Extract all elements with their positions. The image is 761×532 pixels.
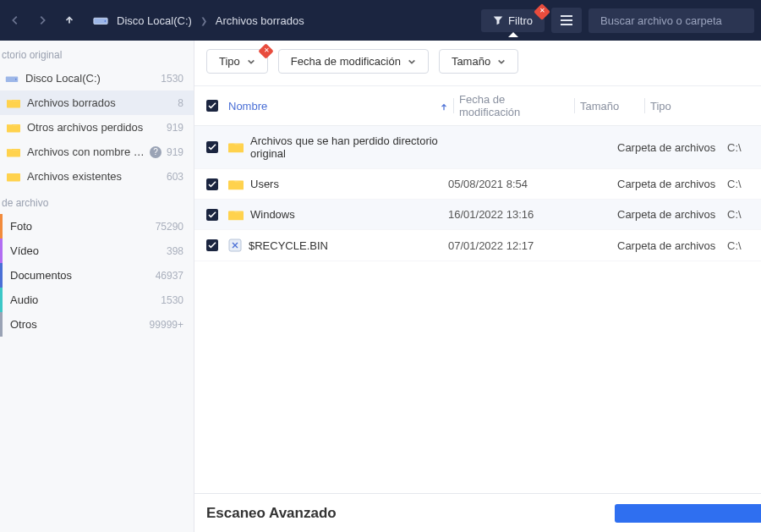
sidebar-item-count: 1530 bbox=[161, 294, 189, 306]
file-type: Carpeta de archivos bbox=[617, 141, 715, 154]
sidebar-type-video[interactable]: Vídeo 398 bbox=[0, 239, 194, 263]
sidebar-type-audio[interactable]: Audio 1530 bbox=[0, 288, 194, 312]
sidebar-item-count: 99999+ bbox=[150, 319, 189, 331]
sidebar-item-count: 919 bbox=[167, 122, 189, 134]
column-divider bbox=[644, 98, 645, 113]
breadcrumb-current[interactable]: Archivos borrados bbox=[216, 14, 304, 27]
filter-pill-label: Fecha de modificación bbox=[291, 55, 401, 68]
sidebar-item-count: 46937 bbox=[156, 270, 189, 282]
search-input[interactable] bbox=[589, 8, 754, 33]
breadcrumb-drive[interactable]: Disco Local(C:) bbox=[117, 14, 192, 27]
filter-clear-badge[interactable] bbox=[534, 3, 550, 20]
row-checkbox[interactable] bbox=[206, 178, 228, 190]
sidebar-item-original-name[interactable]: Archivos con nombre original ... ? 919 bbox=[0, 140, 194, 164]
file-type: Carpeta de archivos bbox=[617, 178, 715, 190]
sidebar-item-count: 398 bbox=[167, 245, 189, 257]
nav-arrows bbox=[7, 12, 78, 29]
sidebar-item-count: 75290 bbox=[156, 221, 189, 233]
top-bar: Disco Local(C:) ❯ Archivos borrados Filt… bbox=[0, 0, 761, 41]
filter-pill-label: Tipo bbox=[219, 55, 240, 68]
drive-icon bbox=[5, 73, 19, 85]
filter-clear-badge[interactable] bbox=[258, 43, 273, 58]
nav-forward-button[interactable] bbox=[34, 12, 51, 29]
sidebar-item-existing[interactable]: Archivos existentes 603 bbox=[0, 164, 194, 189]
chevron-down-icon bbox=[408, 58, 416, 66]
table-row[interactable]: Windows 16/01/2022 13:16 Carpeta de arch… bbox=[194, 200, 761, 230]
folder-icon bbox=[228, 141, 244, 153]
file-name: $RECYCLE.BIN bbox=[249, 239, 328, 252]
sidebar-item-count: 603 bbox=[167, 171, 189, 183]
sidebar-item-count: 919 bbox=[167, 146, 189, 158]
table-row[interactable]: Users 05/08/2021 8:54 Carpeta de archivo… bbox=[194, 169, 761, 200]
filter-button-label: Filtro bbox=[508, 14, 533, 27]
chevron-right-icon: ❯ bbox=[200, 16, 207, 25]
filter-caret-icon bbox=[508, 32, 518, 37]
select-all-checkbox[interactable] bbox=[206, 100, 228, 112]
row-checkbox[interactable] bbox=[206, 141, 228, 153]
sidebar-type-documents[interactable]: Documentos 46937 bbox=[0, 263, 194, 288]
column-divider bbox=[453, 98, 454, 113]
column-header-type[interactable]: Tipo bbox=[650, 100, 760, 112]
sidebar-item-label: Archivos con nombre original ... bbox=[27, 145, 150, 158]
column-divider bbox=[574, 98, 575, 113]
content-area: Tipo Fecha de modificación Tamaño Nombre bbox=[194, 41, 761, 532]
table-row[interactable]: Archivos que se han perdido directorio o… bbox=[194, 126, 761, 169]
sidebar-item-label: Otros archivos perdidos bbox=[27, 121, 167, 134]
footer-title: Escaneo Avanzado bbox=[206, 505, 337, 522]
svg-point-6 bbox=[15, 79, 17, 80]
sidebar-item-count: 8 bbox=[178, 97, 189, 109]
chevron-down-icon bbox=[247, 58, 255, 66]
folder-icon bbox=[7, 122, 20, 134]
filter-pill-type[interactable]: Tipo bbox=[206, 49, 268, 74]
file-type: Carpeta de archivos bbox=[617, 239, 715, 252]
sidebar-item-label: Documentos bbox=[10, 269, 156, 282]
folder-icon bbox=[228, 178, 244, 190]
column-label: Tipo bbox=[650, 100, 671, 112]
column-label: Nombre bbox=[228, 100, 435, 112]
column-header-date[interactable]: Fecha de modificación bbox=[459, 93, 569, 118]
sidebar-section-type: de archivo bbox=[0, 189, 194, 214]
row-checkbox[interactable] bbox=[206, 209, 228, 221]
table-body: Archivos que se han perdido directorio o… bbox=[194, 126, 761, 493]
sidebar-type-photo[interactable]: Foto 75290 bbox=[0, 214, 194, 239]
sidebar-item-label: Disco Local(C:) bbox=[25, 72, 161, 85]
file-path: C:\ bbox=[727, 239, 742, 252]
footer: Escaneo Avanzado bbox=[194, 493, 761, 532]
file-path: C:\ bbox=[727, 141, 742, 154]
sidebar-item-deleted[interactable]: Archivos borrados 8 bbox=[0, 90, 194, 115]
nav-up-button[interactable] bbox=[61, 12, 78, 29]
topbar-actions: Filtro bbox=[481, 8, 754, 33]
filter-pill-size[interactable]: Tamaño bbox=[439, 49, 518, 74]
filter-button[interactable]: Filtro bbox=[481, 9, 545, 32]
sidebar-drive[interactable]: Disco Local(C:) 1530 bbox=[0, 66, 194, 90]
folder-icon bbox=[7, 171, 20, 183]
row-checkbox[interactable] bbox=[206, 239, 228, 251]
sidebar-type-others[interactable]: Otros 99999+ bbox=[0, 312, 194, 337]
folder-icon bbox=[7, 97, 20, 109]
nav-back-button[interactable] bbox=[7, 12, 24, 29]
view-menu-button[interactable] bbox=[551, 8, 582, 33]
file-type: Carpeta de archivos bbox=[617, 208, 715, 221]
breadcrumb: Disco Local(C:) ❯ Archivos borrados bbox=[93, 14, 481, 27]
file-date: 05/08/2021 8:54 bbox=[448, 178, 528, 190]
file-name: Archivos que se han perdido directorio o… bbox=[250, 134, 448, 160]
column-header-name[interactable]: Nombre bbox=[228, 100, 448, 112]
column-header-size[interactable]: Tamaño bbox=[580, 100, 639, 112]
file-path: C:\ bbox=[727, 208, 742, 221]
sidebar-item-label: Archivos borrados bbox=[27, 96, 178, 109]
help-icon[interactable]: ? bbox=[150, 146, 162, 158]
sidebar-section-path: ctorio original bbox=[0, 41, 194, 66]
filter-pill-label: Tamaño bbox=[452, 55, 490, 68]
table-row[interactable]: $RECYCLE.BIN 07/01/2022 12:17 Carpeta de… bbox=[194, 230, 761, 261]
drive-icon bbox=[93, 14, 108, 26]
column-label: Tamaño bbox=[580, 100, 619, 112]
folder-icon bbox=[7, 146, 20, 158]
filter-pill-date[interactable]: Fecha de modificación bbox=[278, 49, 429, 74]
svg-rect-10 bbox=[7, 173, 20, 182]
folder-icon bbox=[228, 209, 244, 221]
file-name: Users bbox=[250, 178, 279, 190]
sidebar-item-other-lost[interactable]: Otros archivos perdidos 919 bbox=[0, 115, 194, 140]
recover-button[interactable] bbox=[615, 504, 761, 523]
sidebar-item-count: 1530 bbox=[161, 73, 189, 85]
filter-row: Tipo Fecha de modificación Tamaño bbox=[194, 41, 761, 86]
